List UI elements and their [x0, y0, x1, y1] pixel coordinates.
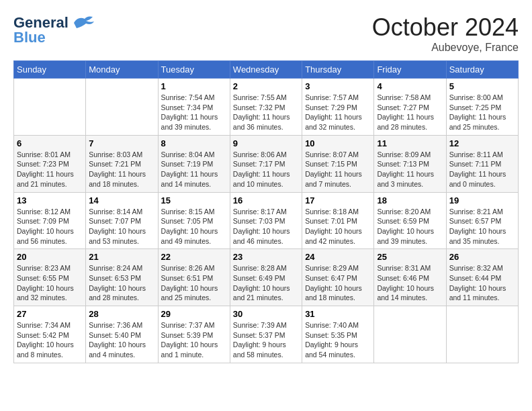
- calendar-cell: 1Sunrise: 7:54 AM Sunset: 7:34 PM Daylig…: [158, 79, 230, 136]
- day-number: 13: [17, 195, 83, 205]
- calendar-cell: 19Sunrise: 8:21 AM Sunset: 6:57 PM Dayli…: [446, 192, 518, 249]
- day-number: 5: [449, 81, 515, 91]
- day-number: 25: [377, 252, 443, 262]
- day-info: Sunrise: 8:12 AM Sunset: 7:09 PM Dayligh…: [17, 207, 83, 246]
- calendar-cell: 28Sunrise: 7:36 AM Sunset: 5:40 PM Dayli…: [86, 306, 158, 363]
- calendar-week-row: 1Sunrise: 7:54 AM Sunset: 7:34 PM Daylig…: [14, 79, 519, 136]
- day-number: 21: [89, 252, 154, 262]
- calendar-cell: 20Sunrise: 8:23 AM Sunset: 6:55 PM Dayli…: [14, 249, 86, 306]
- day-info: Sunrise: 8:18 AM Sunset: 7:01 PM Dayligh…: [305, 207, 371, 246]
- calendar-cell: 29Sunrise: 7:37 AM Sunset: 5:39 PM Dayli…: [158, 306, 230, 363]
- day-number: 1: [161, 81, 227, 91]
- day-number: 17: [305, 195, 371, 205]
- day-info: Sunrise: 8:15 AM Sunset: 7:05 PM Dayligh…: [161, 207, 227, 246]
- day-number: 9: [233, 138, 299, 148]
- day-number: 14: [89, 195, 154, 205]
- day-number: 12: [449, 138, 515, 148]
- calendar-cell: 27Sunrise: 7:34 AM Sunset: 5:42 PM Dayli…: [14, 306, 86, 363]
- calendar-week-row: 20Sunrise: 8:23 AM Sunset: 6:55 PM Dayli…: [14, 249, 519, 306]
- calendar-cell: 5Sunrise: 8:00 AM Sunset: 7:25 PM Daylig…: [446, 79, 518, 136]
- calendar-table: SundayMondayTuesdayWednesdayThursdayFrid…: [13, 60, 519, 363]
- calendar-cell: 18Sunrise: 8:20 AM Sunset: 6:59 PM Dayli…: [374, 192, 446, 249]
- day-number: 31: [305, 309, 371, 319]
- day-number: 28: [89, 309, 154, 319]
- weekday-header: Tuesday: [158, 61, 230, 79]
- logo-bird-icon: [71, 13, 95, 32]
- calendar-cell: [374, 306, 446, 363]
- day-number: 4: [377, 81, 443, 91]
- calendar-cell: 3Sunrise: 7:57 AM Sunset: 7:29 PM Daylig…: [302, 79, 374, 136]
- day-info: Sunrise: 7:58 AM Sunset: 7:27 PM Dayligh…: [377, 93, 443, 132]
- calendar-cell: 17Sunrise: 8:18 AM Sunset: 7:01 PM Dayli…: [302, 192, 374, 249]
- month-title: October 2024: [372, 13, 519, 42]
- day-info: Sunrise: 8:23 AM Sunset: 6:55 PM Dayligh…: [17, 263, 83, 303]
- calendar-cell: 26Sunrise: 8:32 AM Sunset: 6:44 PM Dayli…: [446, 249, 518, 306]
- weekday-header: Wednesday: [230, 61, 302, 79]
- day-info: Sunrise: 7:57 AM Sunset: 7:29 PM Dayligh…: [305, 93, 371, 132]
- weekday-header: Friday: [374, 61, 446, 79]
- day-number: 27: [17, 309, 83, 319]
- day-info: Sunrise: 8:07 AM Sunset: 7:15 PM Dayligh…: [305, 150, 371, 189]
- day-info: Sunrise: 8:21 AM Sunset: 6:57 PM Dayligh…: [449, 207, 515, 246]
- calendar-cell: 30Sunrise: 7:39 AM Sunset: 5:37 PM Dayli…: [230, 306, 302, 363]
- calendar-cell: 16Sunrise: 8:17 AM Sunset: 7:03 PM Dayli…: [230, 192, 302, 249]
- calendar-cell: 7Sunrise: 8:03 AM Sunset: 7:21 PM Daylig…: [86, 135, 158, 192]
- calendar-cell: 11Sunrise: 8:09 AM Sunset: 7:13 PM Dayli…: [374, 135, 446, 192]
- day-info: Sunrise: 8:32 AM Sunset: 6:44 PM Dayligh…: [449, 263, 515, 303]
- day-number: 2: [233, 81, 299, 91]
- location: Aubevoye, France: [372, 42, 519, 54]
- day-info: Sunrise: 8:20 AM Sunset: 6:59 PM Dayligh…: [377, 207, 443, 246]
- day-info: Sunrise: 8:28 AM Sunset: 6:49 PM Dayligh…: [233, 263, 299, 303]
- day-info: Sunrise: 8:04 AM Sunset: 7:19 PM Dayligh…: [161, 150, 227, 189]
- day-info: Sunrise: 8:00 AM Sunset: 7:25 PM Dayligh…: [449, 93, 515, 132]
- calendar-week-row: 6Sunrise: 8:01 AM Sunset: 7:23 PM Daylig…: [14, 135, 519, 192]
- calendar-cell: 8Sunrise: 8:04 AM Sunset: 7:19 PM Daylig…: [158, 135, 230, 192]
- day-info: Sunrise: 8:11 AM Sunset: 7:11 PM Dayligh…: [449, 150, 515, 189]
- calendar-cell: 9Sunrise: 8:06 AM Sunset: 7:17 PM Daylig…: [230, 135, 302, 192]
- day-number: 6: [17, 138, 83, 148]
- calendar-cell: 6Sunrise: 8:01 AM Sunset: 7:23 PM Daylig…: [14, 135, 86, 192]
- day-number: 22: [161, 252, 227, 262]
- calendar-cell: 21Sunrise: 8:24 AM Sunset: 6:53 PM Dayli…: [86, 249, 158, 306]
- day-info: Sunrise: 8:26 AM Sunset: 6:51 PM Dayligh…: [161, 263, 227, 303]
- day-number: 8: [161, 138, 227, 148]
- day-info: Sunrise: 8:29 AM Sunset: 6:47 PM Dayligh…: [305, 263, 371, 303]
- calendar-cell: 13Sunrise: 8:12 AM Sunset: 7:09 PM Dayli…: [14, 192, 86, 249]
- calendar-cell: 12Sunrise: 8:11 AM Sunset: 7:11 PM Dayli…: [446, 135, 518, 192]
- day-info: Sunrise: 8:17 AM Sunset: 7:03 PM Dayligh…: [233, 207, 299, 246]
- weekday-header: Thursday: [302, 61, 374, 79]
- logo: General Blue: [13, 13, 95, 46]
- day-number: 10: [305, 138, 371, 148]
- weekday-header: Sunday: [14, 61, 86, 79]
- calendar-cell: [14, 79, 86, 136]
- day-number: 23: [233, 252, 299, 262]
- calendar-cell: 23Sunrise: 8:28 AM Sunset: 6:49 PM Dayli…: [230, 249, 302, 306]
- day-number: 24: [305, 252, 371, 262]
- day-info: Sunrise: 7:40 AM Sunset: 5:35 PM Dayligh…: [305, 320, 371, 360]
- day-number: 7: [89, 138, 154, 148]
- day-number: 15: [161, 195, 227, 205]
- calendar-cell: [446, 306, 518, 363]
- day-info: Sunrise: 8:09 AM Sunset: 7:13 PM Dayligh…: [377, 150, 443, 189]
- day-number: 30: [233, 309, 299, 319]
- day-number: 18: [377, 195, 443, 205]
- day-info: Sunrise: 8:03 AM Sunset: 7:21 PM Dayligh…: [89, 150, 154, 189]
- day-info: Sunrise: 7:34 AM Sunset: 5:42 PM Dayligh…: [17, 320, 83, 360]
- day-info: Sunrise: 8:14 AM Sunset: 7:07 PM Dayligh…: [89, 207, 154, 246]
- day-info: Sunrise: 8:24 AM Sunset: 6:53 PM Dayligh…: [89, 263, 154, 303]
- day-number: 19: [449, 195, 515, 205]
- calendar-cell: 22Sunrise: 8:26 AM Sunset: 6:51 PM Dayli…: [158, 249, 230, 306]
- day-info: Sunrise: 7:37 AM Sunset: 5:39 PM Dayligh…: [161, 320, 227, 360]
- calendar-cell: 2Sunrise: 7:55 AM Sunset: 7:32 PM Daylig…: [230, 79, 302, 136]
- calendar-cell: 14Sunrise: 8:14 AM Sunset: 7:07 PM Dayli…: [86, 192, 158, 249]
- calendar-cell: 15Sunrise: 8:15 AM Sunset: 7:05 PM Dayli…: [158, 192, 230, 249]
- title-block: October 2024 Aubevoye, France: [372, 13, 519, 54]
- calendar-cell: 25Sunrise: 8:31 AM Sunset: 6:46 PM Dayli…: [374, 249, 446, 306]
- calendar-cell: 10Sunrise: 8:07 AM Sunset: 7:15 PM Dayli…: [302, 135, 374, 192]
- day-info: Sunrise: 7:36 AM Sunset: 5:40 PM Dayligh…: [89, 320, 154, 360]
- day-info: Sunrise: 8:31 AM Sunset: 6:46 PM Dayligh…: [377, 263, 443, 303]
- day-info: Sunrise: 7:39 AM Sunset: 5:37 PM Dayligh…: [233, 320, 299, 360]
- weekday-header-row: SundayMondayTuesdayWednesdayThursdayFrid…: [14, 61, 519, 79]
- weekday-header: Monday: [86, 61, 158, 79]
- page-header: General Blue October 2024 Aubevoye, Fran…: [13, 13, 519, 54]
